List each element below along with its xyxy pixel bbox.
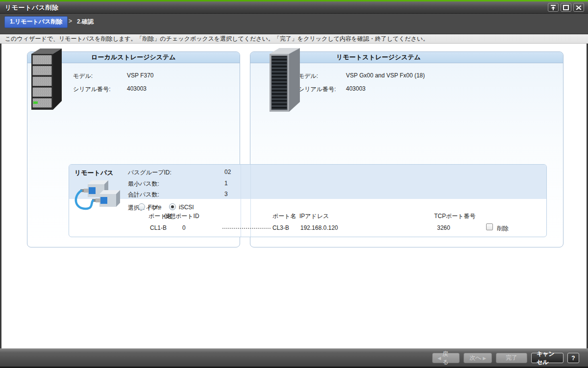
remote-path-cable-icon: [73, 177, 124, 217]
step-2-tab: 2.確認: [77, 18, 94, 26]
local-model-value: VSP F370: [127, 72, 153, 79]
local-model-label: モデル:: [73, 72, 93, 80]
panel-divider-line: [250, 165, 251, 237]
min-paths-value: 1: [224, 180, 228, 187]
total-paths-value: 3: [224, 191, 228, 197]
tcp-port-header: TCPポート番号: [434, 212, 476, 221]
min-paths-label: 最小パス数:: [128, 180, 159, 188]
iscsi-radio[interactable]: [169, 203, 176, 210]
title-bar: リモートパス削除: [0, 1, 588, 14]
wizard-steps: 1.リモートパス削除 > 2.確認: [0, 14, 588, 34]
wizard-body: ローカルストレージシステム モデル: VSP F370 シリアル番号: 4030…: [1, 44, 587, 348]
footer-buttons: ◀ 戻る 次へ ▶ 完了 キャンセル ?: [432, 353, 579, 363]
remote-storage-rack-icon: [268, 46, 302, 117]
remote-path-title: リモートパス: [74, 169, 114, 177]
panel-divider-line: [241, 165, 241, 237]
window-close-icon[interactable]: [573, 3, 584, 12]
back-button[interactable]: ◀ 戻る: [432, 353, 460, 363]
ip-address-header: IPアドレス: [299, 212, 329, 221]
delete-checkbox-label[interactable]: 削除: [497, 224, 509, 233]
window-title: リモートパス削除: [5, 3, 59, 12]
window-maximize-icon[interactable]: [561, 3, 571, 12]
next-arrow-icon: ▶: [483, 356, 486, 361]
remote-serial-value: 403003: [346, 85, 366, 92]
remote-port-cell: CL3-B: [272, 224, 289, 231]
instruction-bar: このウィザードで、リモートパスを削除します。「削除」のチェックボックスを選択して…: [0, 34, 588, 44]
remote-model-value: VSP Gx00 and VSP Fx00 (18): [346, 72, 425, 79]
cancel-button[interactable]: キャンセル: [531, 353, 564, 363]
back-arrow-icon: ◀: [438, 356, 441, 361]
total-paths-label: 合計パス数:: [128, 191, 159, 199]
tcp-port-cell: 3260: [437, 224, 450, 231]
window-rollup-icon[interactable]: [548, 3, 559, 12]
virtual-port-id-cell: 0: [182, 224, 186, 231]
wizard-window: リモートパス削除 1.リモートパス削除 >: [0, 0, 588, 368]
fibre-radio[interactable]: [138, 203, 145, 210]
iscsi-radio-label[interactable]: iSCSI: [179, 204, 194, 211]
local-serial-value: 403003: [127, 85, 147, 92]
remote-path-section: リモートパス パスグループID:: [69, 164, 547, 237]
path-group-id-value: 02: [224, 169, 231, 175]
path-group-id-label: パスグループID:: [128, 169, 172, 177]
window-controls: [548, 3, 584, 12]
virtual-port-id-header: 仮想ポートID: [164, 212, 199, 221]
step-separator: >: [69, 18, 72, 25]
local-storage-rack-icon: [30, 47, 64, 114]
fibre-radio-label[interactable]: Fibre: [148, 204, 161, 211]
delete-checkbox[interactable]: [486, 223, 493, 230]
remote-port-header: ポート名: [272, 212, 296, 221]
finish-button[interactable]: 完了: [496, 353, 527, 363]
local-serial-label: シリアル番号:: [73, 85, 110, 94]
next-button[interactable]: 次へ ▶: [464, 353, 492, 363]
remote-serial-label: シリアル番号:: [298, 85, 336, 94]
ip-address-cell: 192.168.0.120: [300, 224, 338, 231]
local-port-cell: CL1-B: [150, 224, 167, 231]
path-connection-dots: [222, 228, 270, 229]
footer-bar: ◀ 戻る 次へ ▶ 完了 キャンセル ?: [0, 348, 588, 367]
step-1-tab[interactable]: 1.リモートパス削除: [4, 16, 68, 28]
help-button[interactable]: ?: [567, 353, 579, 363]
